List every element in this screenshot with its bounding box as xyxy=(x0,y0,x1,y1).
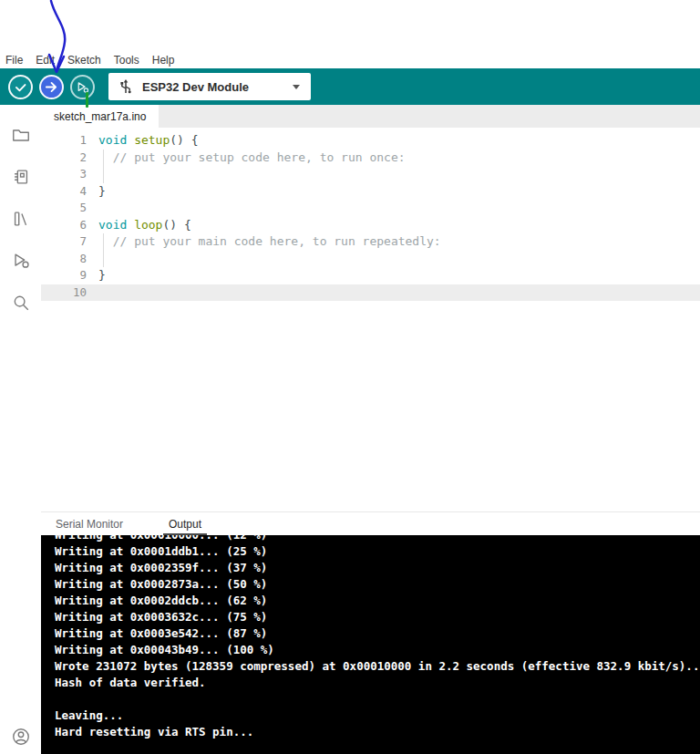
board-selector[interactable]: ESP32 Dev Module xyxy=(108,73,311,100)
console-line: Writing at 0x00043b49... (100 %) xyxy=(55,642,700,658)
books-icon xyxy=(11,209,31,229)
sidebar-item-search[interactable] xyxy=(10,293,32,313)
menu-help[interactable]: Help xyxy=(152,54,175,67)
sidebar-item-debug[interactable] xyxy=(10,251,32,271)
sidebar-item-boards-manager[interactable] xyxy=(10,167,32,187)
editor-line: 8 xyxy=(41,251,700,268)
console-output[interactable]: Writing at 0x00010000... (12 %)Writing a… xyxy=(41,535,700,754)
editor-lines: 1void setup() {2 // put your setup code … xyxy=(41,132,700,301)
sidebar-item-sketchbook[interactable] xyxy=(10,125,32,145)
code-editor[interactable]: 1void setup() {2 // put your setup code … xyxy=(41,128,700,511)
debug-panel-icon xyxy=(11,251,31,271)
line-number: 2 xyxy=(41,150,98,167)
console-line: Hash of data verified. xyxy=(55,675,700,691)
line-number: 6 xyxy=(41,217,98,234)
console-line xyxy=(55,691,700,708)
indent-guide xyxy=(103,251,104,268)
indent-guide xyxy=(103,150,104,167)
board-chip-icon xyxy=(11,167,31,187)
tab-sketch[interactable]: sketch_mar17a.ino xyxy=(41,105,159,128)
panel-tab-output[interactable]: Output xyxy=(163,512,207,535)
indent-guide xyxy=(103,166,104,183)
editor-line: 4} xyxy=(41,183,700,201)
board-selector-label: ESP32 Dev Module xyxy=(142,80,284,94)
right-arrow-icon xyxy=(44,79,59,95)
line-number: 10 xyxy=(41,284,98,302)
code-text: void setup() { xyxy=(98,132,199,150)
line-number: 7 xyxy=(41,233,98,251)
console-line: Writing at 0x0001ddb1... (25 %) xyxy=(55,543,700,560)
menubar: FileEditSketchToolsHelp xyxy=(0,51,700,68)
menu-file[interactable]: File xyxy=(5,54,23,67)
menu-sketch[interactable]: Sketch xyxy=(67,54,101,67)
check-icon xyxy=(13,79,28,95)
line-number: 1 xyxy=(41,132,98,150)
code-text: // put your main code here, to run repea… xyxy=(98,233,441,251)
code-text: // put your setup code here, to run once… xyxy=(98,150,406,167)
debug-button[interactable] xyxy=(70,75,95,99)
console-line: Writing at 0x0002359f... (37 %) xyxy=(55,560,700,576)
console-line: Wrote 231072 bytes (128359 compressed) a… xyxy=(55,658,700,675)
toolbar: ESP32 Dev Module xyxy=(0,68,700,105)
search-icon xyxy=(11,293,31,313)
editor-line: 10 xyxy=(41,284,700,302)
upload-button[interactable] xyxy=(39,75,64,99)
panel-tabbar: Serial Monitor Output xyxy=(41,511,700,535)
line-number: 8 xyxy=(41,251,98,268)
editor-line: 3 xyxy=(41,166,700,183)
folder-icon xyxy=(11,125,31,145)
editor-line: 9} xyxy=(41,267,700,284)
annotation-green-mark xyxy=(86,92,88,108)
editor-line: 5 xyxy=(41,200,700,217)
console-line: Writing at 0x00010000... (12 %) xyxy=(55,535,700,543)
usb-icon xyxy=(118,78,134,95)
sidebar-item-library-manager[interactable] xyxy=(10,209,32,229)
console-line: Hard resetting via RTS pin... xyxy=(55,724,700,740)
editor-column: sketch_mar17a.ino 1void setup() {2 // pu… xyxy=(41,105,700,754)
line-number: 4 xyxy=(41,183,98,201)
editor-line: 6void loop() { xyxy=(41,217,700,234)
code-text: } xyxy=(98,267,106,284)
menu-tools[interactable]: Tools xyxy=(114,54,139,67)
editor-line: 2 // put your setup code here, to run on… xyxy=(41,150,700,167)
menu-edit[interactable]: Edit xyxy=(36,54,55,67)
line-number: 9 xyxy=(41,267,98,284)
activity-sidebar xyxy=(0,105,41,754)
account-button[interactable] xyxy=(10,727,32,747)
code-text: void loop() { xyxy=(98,217,191,234)
console-line: Leaving... xyxy=(55,708,700,724)
editor-line: 7 // put your main code here, to run rep… xyxy=(41,233,700,251)
editor-line: 1void setup() { xyxy=(41,132,700,150)
console-line: Writing at 0x0003632c... (75 %) xyxy=(55,609,700,625)
account-icon xyxy=(11,727,31,747)
main-content: sketch_mar17a.ino 1void setup() {2 // pu… xyxy=(0,105,700,754)
console-line: Writing at 0x0002ddcb... (62 %) xyxy=(55,593,700,609)
panel-tab-serial-monitor[interactable]: Serial Monitor xyxy=(50,512,129,535)
code-text: } xyxy=(98,183,106,201)
editor-tabbar: sketch_mar17a.ino xyxy=(41,105,700,128)
indent-guide xyxy=(103,233,104,251)
line-number: 5 xyxy=(41,200,98,217)
verify-button[interactable] xyxy=(8,75,33,99)
console-line: Writing at 0x0003e542... (87 %) xyxy=(55,625,700,642)
chevron-down-icon xyxy=(293,85,300,89)
line-number: 3 xyxy=(41,166,98,183)
console-line: Writing at 0x0002873a... (50 %) xyxy=(55,576,700,593)
